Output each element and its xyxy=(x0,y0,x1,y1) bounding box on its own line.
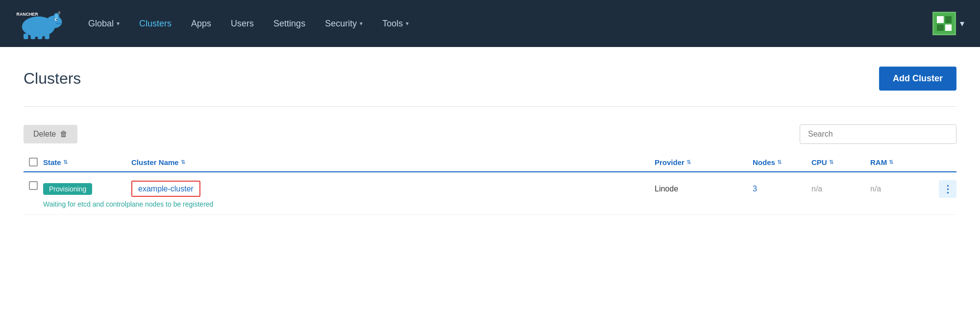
nodes-cell: 3 xyxy=(753,185,811,193)
svg-rect-9 xyxy=(30,34,35,39)
avatar-cell xyxy=(937,16,944,23)
col-header-state[interactable]: State ⇅ xyxy=(43,158,131,166)
logo[interactable]: RANCHER ® xyxy=(16,8,63,39)
add-cluster-button[interactable]: Add Cluster xyxy=(879,67,956,91)
nav-global[interactable]: Global ▾ xyxy=(78,15,129,33)
table-row: Provisioning example-cluster Linode 3 xyxy=(24,172,956,215)
cluster-name-cell: example-cluster xyxy=(131,185,655,193)
nav-apps[interactable]: Apps xyxy=(181,15,221,33)
status-badge: Provisioning xyxy=(43,183,92,195)
cluster-name-link[interactable]: example-cluster xyxy=(131,181,200,197)
clusters-table: State ⇅ Cluster Name ⇅ Provider ⇅ Nodes … xyxy=(24,158,956,215)
nav-users[interactable]: Users xyxy=(221,15,264,33)
svg-rect-10 xyxy=(38,34,43,39)
avatar[interactable] xyxy=(932,12,956,35)
svg-rect-8 xyxy=(24,34,28,39)
sort-icon: ⇅ xyxy=(889,159,893,165)
svg-text:RANCHER: RANCHER xyxy=(17,12,39,17)
chevron-down-icon[interactable]: ▾ xyxy=(960,18,964,29)
search-input[interactable] xyxy=(800,124,956,144)
select-all-checkbox[interactable] xyxy=(29,158,38,166)
col-header-provider[interactable]: Provider ⇅ xyxy=(655,158,753,166)
page-divider xyxy=(24,106,956,107)
page-header: Clusters Add Cluster xyxy=(24,67,956,91)
row-cells: Provisioning example-cluster Linode 3 xyxy=(43,172,956,200)
avatar-cell xyxy=(937,24,944,31)
nav-right: ▾ xyxy=(932,12,964,35)
sub-row: Waiting for etcd and controlplane nodes … xyxy=(43,200,956,214)
nav-settings[interactable]: Settings xyxy=(264,15,315,33)
col-header-cpu[interactable]: CPU ⇅ xyxy=(811,158,870,166)
sort-icon: ⇅ xyxy=(829,159,833,165)
avatar-cell xyxy=(945,24,952,31)
status-badge-cell: Provisioning xyxy=(43,185,131,193)
nav-clusters[interactable]: Clusters xyxy=(129,15,181,33)
trash-icon: 🗑 xyxy=(60,130,68,139)
sort-icon: ⇅ xyxy=(181,159,185,165)
cpu-cell: n/a xyxy=(811,185,870,193)
row-data: Provisioning example-cluster Linode 3 xyxy=(43,172,956,214)
row-checkbox-col xyxy=(24,172,43,214)
nav-items: Global ▾ Clusters Apps Users Settings Se… xyxy=(78,15,932,33)
row-actions-cell: ⋮ xyxy=(929,180,956,198)
chevron-down-icon: ▾ xyxy=(117,20,120,27)
table-toolbar: Delete 🗑 xyxy=(24,118,956,150)
svg-point-4 xyxy=(59,23,61,24)
nav-tools[interactable]: Tools ▾ xyxy=(372,15,418,33)
sort-icon: ⇅ xyxy=(63,159,68,165)
row-checkbox[interactable] xyxy=(29,181,38,190)
page-content: Clusters Add Cluster Delete 🗑 State ⇅ Cl… xyxy=(0,47,980,235)
delete-button[interactable]: Delete 🗑 xyxy=(24,125,77,143)
col-header-cluster-name[interactable]: Cluster Name ⇅ xyxy=(131,158,655,166)
navbar: RANCHER ® Global ▾ Clusters Apps Users S… xyxy=(0,0,980,47)
header-checkbox-col xyxy=(24,158,43,166)
svg-point-5 xyxy=(56,23,58,24)
row-menu-button[interactable]: ⋮ xyxy=(939,180,956,198)
nav-security[interactable]: Security ▾ xyxy=(315,15,372,33)
table-header: State ⇅ Cluster Name ⇅ Provider ⇅ Nodes … xyxy=(24,158,956,172)
sort-icon: ⇅ xyxy=(686,159,691,165)
svg-text:®: ® xyxy=(58,11,60,15)
col-header-ram[interactable]: RAM ⇅ xyxy=(870,158,929,166)
avatar-cell xyxy=(945,16,952,23)
search-wrapper xyxy=(800,124,956,144)
svg-rect-11 xyxy=(45,34,49,39)
chevron-down-icon: ▾ xyxy=(360,20,363,27)
provider-cell: Linode xyxy=(655,185,753,193)
page-title: Clusters xyxy=(24,70,81,88)
col-header-nodes[interactable]: Nodes ⇅ xyxy=(753,158,811,166)
ram-cell: n/a xyxy=(870,185,929,193)
svg-point-7 xyxy=(56,19,57,20)
chevron-down-icon: ▾ xyxy=(406,20,409,27)
sort-icon: ⇅ xyxy=(777,159,782,165)
svg-point-3 xyxy=(55,14,58,19)
sub-row-text: Waiting for etcd and controlplane nodes … xyxy=(43,200,213,208)
